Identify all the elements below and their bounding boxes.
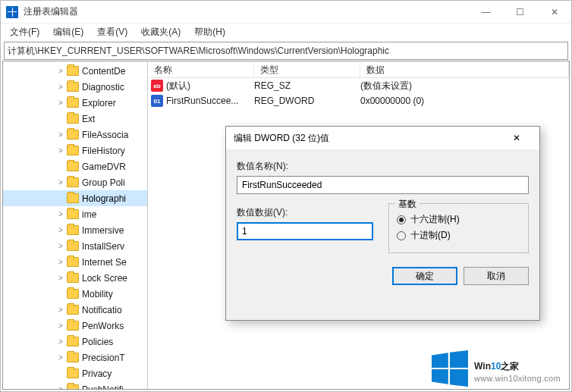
tree-label: Lock Scree [82,273,127,284]
folder-icon [67,177,79,187]
tree-item[interactable]: >FileHistory [3,143,147,158]
tree-label: InstallServ [82,241,124,252]
tree-item[interactable]: >Internet Se [3,254,147,270]
folder-icon [67,257,79,267]
tree-item[interactable]: Holographi [3,190,147,206]
dialog-close-button[interactable]: ✕ [501,127,532,149]
col-name[interactable]: 名称 [148,61,254,77]
expand-icon[interactable]: > [56,242,65,250]
folder-icon [67,353,79,362]
tree-label: PrecisionT [82,353,125,363]
expand-icon[interactable]: > [56,337,65,346]
menu-help[interactable]: 帮助(H) [188,24,231,40]
folder-icon [67,146,79,155]
expand-icon[interactable]: > [56,146,65,155]
ok-button[interactable]: 确定 [392,267,457,285]
expand-icon[interactable]: > [56,178,65,187]
tree-item[interactable]: >PushNotifi [3,381,147,389]
folder-icon [67,82,79,92]
list-header: 名称 类型 数据 [148,61,569,78]
expand-icon[interactable]: > [56,99,65,107]
expand-icon[interactable]: > [56,67,65,75]
tree-item[interactable]: >PrecisionT [3,350,147,365]
tree-label: ime [82,209,96,220]
tree-item[interactable]: >ime [3,206,147,222]
tree-item[interactable]: >Lock Scree [3,270,147,286]
minimize-button[interactable]: — [469,1,503,24]
watermark: Win10之家 www.win10xitong.com [432,350,561,387]
menu-file[interactable]: 文件(F) [4,24,46,40]
expand-icon[interactable]: > [56,306,65,314]
window-title: 注册表编辑器 [24,5,78,18]
folder-icon [67,305,79,315]
col-data[interactable]: 数据 [360,61,569,77]
dialog-titlebar: 编辑 DWORD (32 位)值 ✕ [226,127,539,149]
watermark-brand: Win10之家 [474,354,519,374]
tree-item[interactable]: Mobility [3,286,147,302]
tree-label: Policies [82,337,113,347]
menu-favorites[interactable]: 收藏夹(A) [135,24,187,40]
regedit-icon [6,6,18,18]
list-row[interactable]: FirstRunSuccee...REG_DWORD0x00000000 (0) [148,93,569,108]
folder-icon [67,241,79,251]
value-type-icon [151,80,163,92]
folder-icon [67,209,79,219]
folder-icon [67,193,79,203]
tree-item[interactable]: >Immersive [3,222,147,238]
col-type[interactable]: 类型 [254,61,360,77]
address-bar[interactable]: 计算机\HKEY_CURRENT_USER\SOFTWARE\Microsoft… [4,42,568,60]
tree-item[interactable]: >PenWorks [3,318,147,334]
tree-pane[interactable]: >ContentDe>Diagnostic>ExplorerExt>FileAs… [3,61,148,389]
value-name-input[interactable] [237,176,529,194]
expand-icon[interactable]: > [56,385,65,389]
tree-label: Ext [82,114,95,124]
tree-item[interactable]: Privacy [3,365,147,381]
title-bar: 注册表编辑器 — ☐ ✕ [1,1,571,24]
value-data-label: 数值数据(V): [237,206,373,219]
folder-icon [67,368,79,378]
value-type-icon [151,95,163,107]
tree-label: Group Poli [82,177,125,188]
base-fieldset: 基数 十六进制(H) 十进制(D) [388,203,529,253]
value-name: FirstRunSuccee... [166,96,254,106]
tree-item[interactable]: GameDVR [3,158,147,174]
maximize-button[interactable]: ☐ [503,1,537,24]
expand-icon[interactable]: > [56,321,65,330]
watermark-url: www.win10xitong.com [474,374,561,383]
tree-label: Explorer [82,98,116,108]
tree-item[interactable]: >FileAssocia [3,127,147,143]
tree-item[interactable]: >InstallServ [3,238,147,254]
close-button[interactable]: ✕ [537,1,571,24]
tree-item[interactable]: >Explorer [3,95,147,111]
tree-label: GameDVR [82,162,126,172]
value-type: REG_SZ [254,80,360,91]
tree-label: Internet Se [82,257,127,268]
menu-edit[interactable]: 编辑(E) [47,24,90,40]
expand-icon[interactable]: > [56,226,65,234]
expand-icon[interactable]: > [56,130,65,139]
tree-item[interactable]: Ext [3,111,147,127]
tree-label: Notificatio [82,305,122,315]
folder-icon [67,225,79,235]
address-text: 计算机\HKEY_CURRENT_USER\SOFTWARE\Microsoft… [8,45,389,58]
folder-icon [67,384,79,389]
tree-item[interactable]: >Policies [3,334,147,350]
tree-item[interactable]: >Group Poli [3,174,147,190]
list-row[interactable]: (默认)REG_SZ(数值未设置) [148,78,569,93]
tree-item[interactable]: >Diagnostic [3,79,147,95]
radio-dec[interactable]: 十进制(D) [397,229,520,242]
value-data-input[interactable] [237,222,373,240]
folder-icon [67,114,79,124]
folder-icon [67,321,79,331]
tree-item[interactable]: >ContentDe [3,63,147,79]
tree-item[interactable]: >Notificatio [3,302,147,318]
menu-view[interactable]: 查看(V) [91,24,134,40]
expand-icon[interactable]: > [56,353,65,362]
expand-icon[interactable]: > [56,210,65,218]
tree-label: PenWorks [82,321,124,331]
expand-icon[interactable]: > [56,274,65,282]
expand-icon[interactable]: > [56,83,65,91]
expand-icon[interactable]: > [56,258,65,266]
radio-hex[interactable]: 十六进制(H) [397,213,520,226]
cancel-button[interactable]: 取消 [464,267,529,285]
